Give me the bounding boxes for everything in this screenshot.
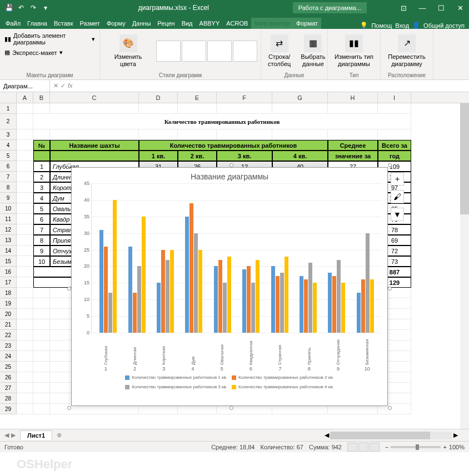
bar[interactable] — [108, 293, 112, 333]
chart-title[interactable]: Название диаграммы — [72, 168, 387, 183]
tab-design[interactable]: Конструктор — [251, 18, 293, 29]
bar[interactable] — [223, 283, 227, 333]
bar[interactable] — [185, 217, 189, 333]
row-header[interactable]: 5 — [0, 151, 17, 161]
cell[interactable] — [17, 140, 33, 151]
cell[interactable] — [139, 103, 178, 114]
cell[interactable] — [17, 256, 33, 267]
cell[interactable] — [17, 151, 33, 161]
tab-acrobat[interactable]: ACROB — [223, 18, 251, 29]
zoom-out-button[interactable]: − — [385, 444, 388, 450]
cell[interactable] — [50, 129, 139, 140]
bar[interactable] — [285, 257, 288, 333]
row-header[interactable]: 2 — [0, 114, 17, 129]
cell[interactable]: Количество травмированных работников — [33, 114, 411, 129]
row-header[interactable]: 6 — [0, 161, 17, 172]
add-chart-element-button[interactable]: ▮▮Добавить элемент диаграммы▾ — [3, 31, 96, 47]
cell[interactable] — [17, 298, 33, 309]
row-header[interactable]: 9 — [0, 193, 17, 203]
column-header[interactable]: D — [139, 92, 178, 103]
cell[interactable] — [17, 214, 33, 224]
legend-item[interactable]: Количество травмированных работников 4 к… — [232, 384, 334, 389]
cell[interactable] — [178, 129, 217, 140]
move-chart-button[interactable]: ↗ Переместить диаграмму — [384, 32, 430, 70]
cell[interactable] — [17, 129, 33, 140]
bar[interactable] — [113, 200, 117, 333]
select-data-button[interactable]: ▦ Выбрать данные — [297, 32, 328, 70]
bar[interactable] — [166, 260, 169, 333]
column-header[interactable]: B — [33, 92, 50, 103]
bar-group[interactable] — [300, 183, 317, 333]
row-header[interactable]: 10 — [0, 203, 17, 214]
bar[interactable] — [361, 279, 365, 333]
bar[interactable] — [128, 247, 132, 333]
row-header[interactable]: 13 — [0, 235, 17, 245]
tab-formulas[interactable]: Форму — [103, 18, 129, 29]
cell[interactable] — [33, 151, 50, 161]
cancel-icon[interactable]: ✕ — [53, 82, 58, 89]
row-header[interactable]: 23 — [0, 340, 17, 351]
style-thumb[interactable] — [207, 41, 232, 62]
cell[interactable]: 10 — [33, 256, 50, 267]
row-header[interactable]: 18 — [0, 288, 17, 298]
chart-object[interactable]: Название диаграммы 051015202530354045 Гл… — [71, 167, 388, 406]
bar[interactable] — [300, 276, 303, 333]
cell[interactable] — [17, 393, 33, 404]
help-icon[interactable]: 💡 — [360, 22, 368, 29]
bar[interactable] — [276, 276, 280, 333]
tab-format[interactable]: Формат — [293, 18, 321, 29]
cell[interactable] — [139, 129, 178, 140]
help-label[interactable]: Помощ — [371, 22, 392, 29]
bar[interactable] — [99, 230, 103, 333]
row-header[interactable]: 3 — [0, 129, 17, 140]
bar-group[interactable] — [99, 183, 117, 333]
bar[interactable] — [247, 266, 251, 333]
cell[interactable]: 2 кв. — [178, 151, 217, 161]
scroll-left-icon[interactable]: ◀ — [325, 432, 329, 439]
cell[interactable] — [378, 103, 411, 114]
sheet-next-icon[interactable]: ▶ — [11, 432, 16, 439]
cell[interactable]: 7 — [33, 224, 50, 235]
row-header[interactable]: 22 — [0, 330, 17, 340]
zoom-in-button[interactable]: + — [443, 444, 446, 450]
zoom-level[interactable]: 100% — [449, 444, 465, 450]
enter-icon[interactable]: ✓ — [61, 82, 66, 89]
cell[interactable]: Всего за — [378, 140, 411, 151]
undo-icon[interactable]: ↶ — [17, 3, 26, 12]
bar[interactable] — [161, 250, 165, 333]
column-header[interactable]: G — [272, 92, 328, 103]
cell[interactable] — [50, 103, 139, 114]
bar[interactable] — [142, 217, 146, 333]
cell[interactable] — [17, 172, 33, 182]
row-header[interactable]: 11 — [0, 214, 17, 224]
style-thumb[interactable] — [233, 41, 257, 62]
cell[interactable] — [17, 288, 33, 298]
cell[interactable]: 8 — [33, 235, 50, 245]
cell[interactable]: Количество травмированных работников — [139, 140, 328, 151]
bar[interactable] — [341, 283, 345, 333]
bar[interactable] — [242, 269, 246, 333]
share-icon[interactable]: 👤 — [412, 22, 420, 29]
cell[interactable] — [17, 404, 33, 414]
switch-row-col-button[interactable]: ⇄ Строка/столбец — [265, 32, 294, 70]
bar[interactable] — [214, 266, 218, 333]
cell[interactable] — [33, 288, 50, 298]
name-box[interactable]: Диаграм... — [0, 80, 50, 92]
bar[interactable] — [271, 266, 275, 333]
scroll-right-icon[interactable]: ▶ — [453, 432, 458, 439]
row-header[interactable]: 19 — [0, 298, 17, 309]
save-icon[interactable]: 💾 — [4, 3, 13, 12]
bar-group[interactable] — [357, 183, 374, 333]
cell[interactable] — [17, 114, 33, 129]
cell[interactable]: 6 — [33, 214, 50, 224]
cell[interactable] — [178, 103, 217, 114]
chart-legend[interactable]: Количество травмированных работников 1 к… — [72, 372, 387, 393]
legend-item[interactable]: Количество травмированных работников 2 к… — [232, 375, 334, 380]
row-header[interactable]: 14 — [0, 245, 17, 256]
cell[interactable]: значение за — [328, 151, 378, 161]
cell[interactable] — [272, 103, 328, 114]
chart-style-gallery[interactable] — [156, 41, 257, 62]
cell[interactable]: 3 — [33, 182, 50, 193]
cell[interactable] — [33, 372, 50, 383]
share-button[interactable]: Общий доступ — [423, 22, 465, 29]
